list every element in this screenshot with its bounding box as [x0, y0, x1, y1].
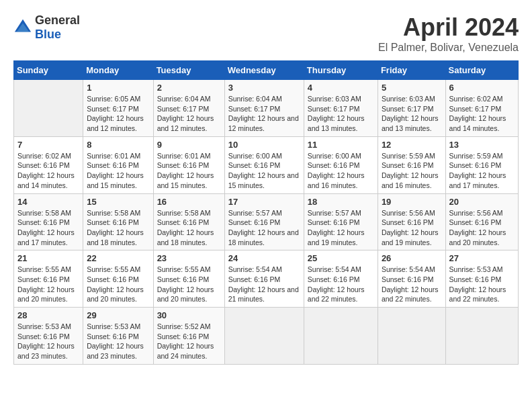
day-info: Sunrise: 6:03 AMSunset: 6:17 PMDaylight:…	[382, 94, 442, 134]
weekday-header: Wednesday	[224, 61, 304, 80]
calendar-cell: 7Sunrise: 6:02 AMSunset: 6:16 PMDaylight…	[14, 136, 83, 193]
day-info: Sunrise: 6:01 AMSunset: 6:16 PMDaylight:…	[87, 151, 149, 191]
calendar-cell: 8Sunrise: 6:01 AMSunset: 6:16 PMDaylight…	[83, 136, 153, 193]
calendar-cell	[304, 308, 378, 365]
day-number: 7	[17, 140, 79, 150]
calendar-cell	[224, 308, 304, 365]
day-number: 23	[157, 253, 221, 263]
calendar-cell: 2Sunrise: 6:04 AMSunset: 6:17 PMDaylight…	[153, 80, 224, 137]
sub-title: El Palmer, Bolivar, Venezuela	[378, 42, 519, 54]
day-number: 28	[17, 310, 79, 320]
day-info: Sunrise: 5:58 AMSunset: 6:16 PMDaylight:…	[157, 208, 221, 248]
day-info: Sunrise: 5:57 AMSunset: 6:16 PMDaylight:…	[228, 208, 300, 248]
day-number: 9	[157, 140, 221, 150]
calendar-cell: 20Sunrise: 5:56 AMSunset: 6:16 PMDayligh…	[445, 193, 518, 250]
logo-blue: Blue	[35, 28, 61, 41]
day-info: Sunrise: 6:00 AMSunset: 6:16 PMDaylight:…	[308, 151, 374, 191]
day-number: 2	[157, 83, 221, 93]
day-number: 30	[157, 310, 221, 320]
calendar-week-row: 1Sunrise: 6:05 AMSunset: 6:17 PMDaylight…	[14, 80, 519, 137]
calendar-cell: 11Sunrise: 6:00 AMSunset: 6:16 PMDayligh…	[304, 136, 378, 193]
calendar-cell: 17Sunrise: 5:57 AMSunset: 6:16 PMDayligh…	[224, 193, 304, 250]
logo-icon	[13, 18, 32, 37]
day-info: Sunrise: 5:53 AMSunset: 6:16 PMDaylight:…	[87, 322, 149, 361]
day-number: 24	[228, 253, 300, 263]
calendar-cell: 10Sunrise: 6:00 AMSunset: 6:16 PMDayligh…	[224, 136, 304, 193]
calendar-cell: 24Sunrise: 5:54 AMSunset: 6:16 PMDayligh…	[224, 250, 304, 308]
day-number: 14	[17, 197, 79, 207]
day-info: Sunrise: 6:01 AMSunset: 6:16 PMDaylight:…	[157, 151, 221, 191]
day-info: Sunrise: 5:54 AMSunset: 6:16 PMDaylight:…	[308, 265, 374, 304]
day-info: Sunrise: 6:02 AMSunset: 6:17 PMDaylight:…	[449, 94, 515, 134]
calendar-cell	[378, 308, 445, 365]
day-info: Sunrise: 5:55 AMSunset: 6:16 PMDaylight:…	[157, 265, 221, 304]
calendar-cell: 16Sunrise: 5:58 AMSunset: 6:16 PMDayligh…	[153, 193, 224, 250]
calendar-cell: 27Sunrise: 5:53 AMSunset: 6:16 PMDayligh…	[445, 250, 518, 308]
header-row: SundayMondayTuesdayWednesdayThursdayFrid…	[14, 61, 519, 80]
calendar-cell: 1Sunrise: 6:05 AMSunset: 6:17 PMDaylight…	[83, 80, 153, 137]
day-info: Sunrise: 5:53 AMSunset: 6:16 PMDaylight:…	[449, 265, 515, 304]
day-info: Sunrise: 5:56 AMSunset: 6:16 PMDaylight:…	[382, 208, 442, 248]
calendar-cell: 21Sunrise: 5:55 AMSunset: 6:16 PMDayligh…	[14, 250, 83, 308]
day-info: Sunrise: 5:58 AMSunset: 6:16 PMDaylight:…	[87, 208, 149, 248]
day-number: 10	[228, 140, 300, 150]
weekday-header: Friday	[378, 61, 445, 80]
calendar-cell: 13Sunrise: 5:59 AMSunset: 6:16 PMDayligh…	[445, 136, 518, 193]
day-info: Sunrise: 6:04 AMSunset: 6:17 PMDaylight:…	[228, 94, 300, 134]
day-info: Sunrise: 6:05 AMSunset: 6:17 PMDaylight:…	[87, 94, 149, 134]
day-number: 12	[382, 140, 442, 150]
day-number: 22	[87, 253, 149, 263]
day-number: 6	[449, 83, 515, 93]
day-info: Sunrise: 5:52 AMSunset: 6:16 PMDaylight:…	[157, 322, 221, 361]
day-number: 13	[449, 140, 515, 150]
weekday-header: Thursday	[304, 61, 378, 80]
day-number: 21	[17, 253, 79, 263]
day-number: 18	[308, 197, 374, 207]
day-info: Sunrise: 6:02 AMSunset: 6:16 PMDaylight:…	[17, 151, 79, 191]
calendar-cell: 5Sunrise: 6:03 AMSunset: 6:17 PMDaylight…	[378, 80, 445, 137]
calendar-week-row: 28Sunrise: 5:53 AMSunset: 6:16 PMDayligh…	[14, 308, 519, 365]
day-info: Sunrise: 5:58 AMSunset: 6:16 PMDaylight:…	[17, 208, 79, 248]
calendar-table: SundayMondayTuesdayWednesdayThursdayFrid…	[13, 60, 519, 365]
day-number: 11	[308, 140, 374, 150]
calendar-week-row: 21Sunrise: 5:55 AMSunset: 6:16 PMDayligh…	[14, 250, 519, 308]
day-number: 17	[228, 197, 300, 207]
day-info: Sunrise: 5:55 AMSunset: 6:16 PMDaylight:…	[87, 265, 149, 304]
day-number: 3	[228, 83, 300, 93]
calendar-cell: 4Sunrise: 6:03 AMSunset: 6:17 PMDaylight…	[304, 80, 378, 137]
calendar-cell: 29Sunrise: 5:53 AMSunset: 6:16 PMDayligh…	[83, 308, 153, 365]
day-info: Sunrise: 5:56 AMSunset: 6:16 PMDaylight:…	[449, 208, 515, 248]
calendar-cell: 22Sunrise: 5:55 AMSunset: 6:16 PMDayligh…	[83, 250, 153, 308]
calendar-week-row: 14Sunrise: 5:58 AMSunset: 6:16 PMDayligh…	[14, 193, 519, 250]
day-number: 8	[87, 140, 149, 150]
day-number: 15	[87, 197, 149, 207]
calendar-cell	[14, 80, 83, 137]
logo: General Blue	[13, 13, 80, 42]
weekday-header: Saturday	[445, 61, 518, 80]
day-info: Sunrise: 6:00 AMSunset: 6:16 PMDaylight:…	[228, 151, 300, 191]
calendar-cell: 19Sunrise: 5:56 AMSunset: 6:16 PMDayligh…	[378, 193, 445, 250]
calendar-cell: 12Sunrise: 5:59 AMSunset: 6:16 PMDayligh…	[378, 136, 445, 193]
calendar-week-row: 7Sunrise: 6:02 AMSunset: 6:16 PMDaylight…	[14, 136, 519, 193]
day-info: Sunrise: 5:57 AMSunset: 6:16 PMDaylight:…	[308, 208, 374, 248]
day-number: 29	[87, 310, 149, 320]
main-title: April 2024	[378, 13, 519, 42]
day-info: Sunrise: 5:54 AMSunset: 6:16 PMDaylight:…	[228, 265, 300, 304]
calendar-cell: 26Sunrise: 5:54 AMSunset: 6:16 PMDayligh…	[378, 250, 445, 308]
calendar-cell: 6Sunrise: 6:02 AMSunset: 6:17 PMDaylight…	[445, 80, 518, 137]
logo-general: General	[35, 13, 80, 27]
day-info: Sunrise: 6:04 AMSunset: 6:17 PMDaylight:…	[157, 94, 221, 134]
calendar-cell: 28Sunrise: 5:53 AMSunset: 6:16 PMDayligh…	[14, 308, 83, 365]
calendar-cell: 18Sunrise: 5:57 AMSunset: 6:16 PMDayligh…	[304, 193, 378, 250]
weekday-header: Monday	[83, 61, 153, 80]
calendar-cell: 30Sunrise: 5:52 AMSunset: 6:16 PMDayligh…	[153, 308, 224, 365]
day-number: 27	[449, 253, 515, 263]
calendar-cell: 23Sunrise: 5:55 AMSunset: 6:16 PMDayligh…	[153, 250, 224, 308]
day-info: Sunrise: 5:55 AMSunset: 6:16 PMDaylight:…	[17, 265, 79, 304]
title-area: April 2024 El Palmer, Bolivar, Venezuela	[378, 13, 519, 54]
calendar-cell	[445, 308, 518, 365]
day-number: 5	[382, 83, 442, 93]
weekday-header: Tuesday	[153, 61, 224, 80]
calendar-cell: 14Sunrise: 5:58 AMSunset: 6:16 PMDayligh…	[14, 193, 83, 250]
day-number: 4	[308, 83, 374, 93]
